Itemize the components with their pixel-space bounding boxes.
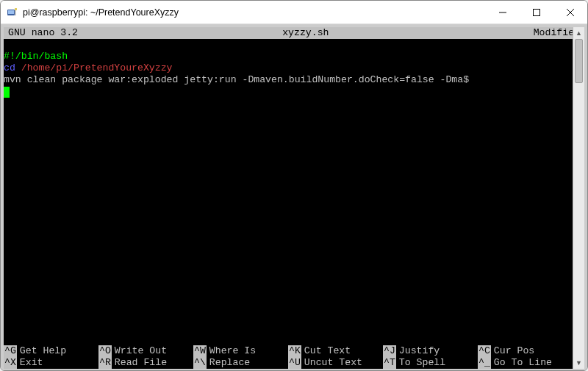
help-item-exit[interactable]: ^XExit	[4, 357, 98, 369]
scroll-thumb[interactable]	[575, 39, 583, 83]
help-label: Replace	[209, 357, 250, 369]
help-label: Justify	[399, 345, 440, 357]
key-chip: ^C	[478, 345, 491, 357]
putty-icon	[7, 7, 18, 18]
help-item-justify[interactable]: ^JJustify	[383, 345, 478, 357]
key-chip: ^\	[193, 357, 207, 369]
editor-line	[4, 86, 584, 98]
cursor	[4, 87, 10, 98]
editor-line	[4, 39, 584, 51]
key-chip: ^_	[478, 357, 491, 369]
help-item-write-out[interactable]: ^OWrite Out	[98, 345, 193, 357]
nano-version: GNU nano 3.2	[5, 27, 78, 39]
editor-content[interactable]: #!/bin/bash cd /home/pi/PretendYoureXyzz…	[4, 39, 584, 98]
scroll-up-button[interactable]: ▲	[573, 27, 584, 39]
help-item-go-to-line[interactable]: ^_Go To Line	[478, 357, 573, 369]
key-chip: ^J	[383, 345, 396, 357]
vertical-scrollbar[interactable]: ▲ ▼	[573, 27, 584, 369]
editor-line: mvn clean package war:exploded jetty:run…	[4, 74, 584, 86]
editor-line: cd /home/pi/PretendYoureXyzzy	[4, 62, 584, 74]
help-label: Cut Text	[304, 345, 351, 357]
window-titlebar: pi@raspberrypi: ~/PretendYoureXyzzy	[1, 1, 587, 24]
terminal[interactable]: GNU nano 3.2 xyzzy.sh Modified #!/bin/ba…	[4, 27, 584, 369]
svg-rect-5	[534, 9, 540, 15]
scroll-down-button[interactable]: ▼	[573, 357, 584, 369]
key-chip: ^G	[4, 345, 17, 357]
nano-header: GNU nano 3.2 xyzzy.sh Modified	[4, 27, 584, 39]
editor-line: #!/bin/bash	[4, 51, 584, 62]
key-chip: ^O	[98, 345, 112, 357]
help-label: Go To Line	[494, 357, 552, 369]
svg-rect-1	[8, 10, 14, 14]
key-chip: ^T	[383, 357, 396, 369]
help-label: To Spell	[399, 357, 445, 369]
help-label: Where Is	[209, 345, 256, 357]
help-item-cur-pos[interactable]: ^CCur Pos	[478, 345, 573, 357]
window-title: pi@raspberrypi: ~/PretendYoureXyzzy	[23, 7, 486, 18]
key-chip: ^U	[288, 357, 301, 369]
help-item-cut-text[interactable]: ^KCut Text	[288, 345, 383, 357]
key-chip: ^W	[193, 345, 207, 357]
key-chip: ^R	[98, 357, 112, 369]
help-item-replace[interactable]: ^\Replace	[193, 357, 288, 369]
cmd-token: cd	[4, 62, 15, 73]
key-chip: ^K	[288, 345, 301, 357]
close-button[interactable]	[553, 1, 587, 24]
arg-token: /home/pi/PretendYoureXyzzy	[15, 62, 173, 73]
scroll-track[interactable]	[573, 39, 584, 357]
nano-help-bar: ^GGet Help ^OWrite Out ^WWhere Is ^KCut …	[4, 345, 573, 369]
maximize-button[interactable]	[520, 1, 553, 24]
help-label: Write Out	[115, 345, 167, 357]
help-row: ^XExit ^RRead File ^\Replace ^UUncut Tex…	[4, 357, 573, 369]
help-item-where-is[interactable]: ^WWhere Is	[193, 345, 288, 357]
help-item-get-help[interactable]: ^GGet Help	[4, 345, 98, 357]
help-label: Uncut Text	[304, 357, 362, 369]
help-label: Cur Pos	[494, 345, 534, 357]
key-chip: ^X	[4, 357, 17, 369]
nano-filename: xyzzy.sh	[78, 27, 534, 39]
help-row: ^GGet Help ^OWrite Out ^WWhere Is ^KCut …	[4, 345, 573, 357]
svg-rect-2	[15, 8, 17, 10]
terminal-wrapper: GNU nano 3.2 xyzzy.sh Modified #!/bin/ba…	[1, 24, 587, 371]
minimize-button[interactable]	[486, 1, 520, 24]
help-label: Read File	[115, 357, 167, 369]
help-item-to-spell[interactable]: ^TTo Spell	[383, 357, 478, 369]
help-item-read-file[interactable]: ^RRead File	[98, 357, 193, 369]
help-label: Exit	[20, 357, 43, 369]
help-item-uncut-text[interactable]: ^UUncut Text	[288, 357, 383, 369]
help-label: Get Help	[20, 345, 66, 357]
